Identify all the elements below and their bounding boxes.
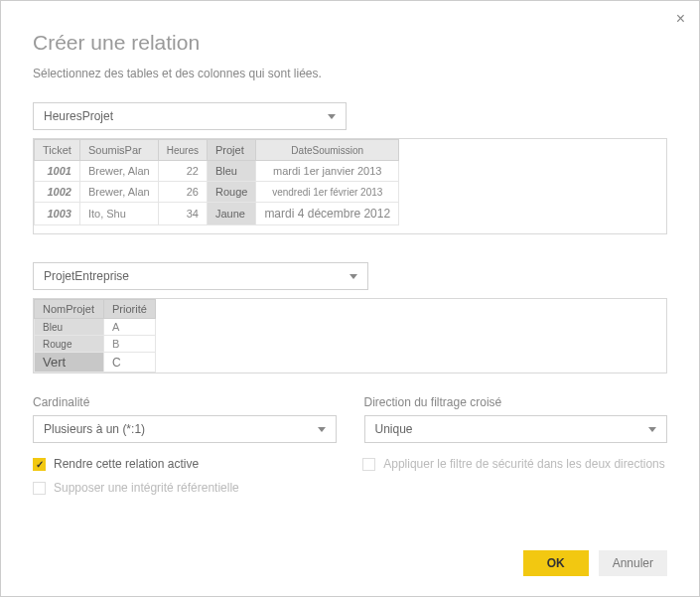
col-soumispar[interactable]: SoumisPar (79, 140, 158, 161)
checkbox-icon (362, 458, 375, 471)
cardinality-dropdown[interactable]: Plusieurs à un (*:1) (33, 415, 337, 443)
table-row: 1002 Brewer, Alan 26 Rouge vendredi 1er … (35, 182, 399, 203)
table1-selected: HeuresProjet (44, 109, 113, 123)
check-referential-label: Supposer une intégrité référentielle (54, 481, 239, 495)
col-datesoumission[interactable]: DateSoumission (256, 140, 399, 161)
col-projet[interactable]: Projet (207, 140, 255, 161)
crossfilter-dropdown[interactable]: Unique (364, 415, 668, 443)
cardinality-value: Plusieurs à un (*:1) (44, 422, 145, 436)
table2-grid: NomProjet Priorité Bleu A Rouge B Vert C (34, 299, 156, 373)
check-active-label: Rendre cette relation active (54, 457, 199, 471)
checkbox-icon (33, 482, 46, 495)
table1-grid: Ticket SoumisPar Heures Projet DateSoumi… (34, 139, 399, 225)
table1-preview: Ticket SoumisPar Heures Projet DateSoumi… (33, 138, 667, 234)
check-security-label: Appliquer le filtre de sécurité dans les… (383, 457, 665, 471)
table-header-row: Ticket SoumisPar Heures Projet DateSoumi… (35, 140, 399, 161)
ok-button[interactable]: OK (523, 550, 589, 576)
table1-dropdown[interactable]: HeuresProjet (33, 102, 347, 130)
col-ticket[interactable]: Ticket (35, 140, 80, 161)
crossfilter-section: Direction du filtrage croisé Unique (364, 395, 668, 443)
check-security[interactable]: Appliquer le filtre de sécurité dans les… (362, 457, 667, 471)
table-row: 1001 Brewer, Alan 22 Bleu mardi 1er janv… (35, 161, 399, 182)
table-row: Rouge B (35, 336, 156, 353)
col-nomprojet[interactable]: NomProjet (35, 300, 104, 319)
checkbox-area: ✓ Rendre cette relation active Supposer … (33, 457, 667, 505)
table-row: Bleu A (35, 319, 156, 336)
table-row: Vert C (35, 353, 156, 373)
cardinality-section: Cardinalité Plusieurs à un (*:1) (33, 395, 337, 443)
chevron-down-icon (648, 427, 656, 432)
dialog-footer: OK Annuler (523, 550, 667, 576)
close-icon[interactable]: × (676, 11, 685, 27)
crossfilter-value: Unique (375, 422, 413, 436)
col-priorite[interactable]: Priorité (104, 300, 156, 319)
col-heures[interactable]: Heures (158, 140, 207, 161)
chevron-down-icon (328, 114, 336, 119)
crossfilter-label: Direction du filtrage croisé (364, 395, 668, 409)
chevron-down-icon (350, 274, 357, 279)
table-header-row: NomProjet Priorité (35, 300, 156, 319)
table2-dropdown[interactable]: ProjetEntreprise (33, 262, 368, 290)
dialog-subtitle: Sélectionnez des tables et des colonnes … (33, 67, 667, 80)
cardinality-label: Cardinalité (33, 395, 337, 409)
check-referential[interactable]: Supposer une intégrité référentielle (33, 481, 362, 495)
dialog-title: Créer une relation (33, 31, 667, 55)
checkbox-checked-icon: ✓ (33, 458, 46, 471)
table-row: 1003 Ito, Shu 34 Jaune mardi 4 décembre … (35, 203, 399, 225)
options-row: Cardinalité Plusieurs à un (*:1) Directi… (33, 395, 667, 443)
check-active[interactable]: ✓ Rendre cette relation active (33, 457, 362, 471)
create-relationship-dialog: × Créer une relation Sélectionnez des ta… (0, 0, 700, 597)
cancel-button[interactable]: Annuler (599, 550, 667, 576)
table2-selected: ProjetEntreprise (44, 269, 129, 283)
chevron-down-icon (318, 427, 326, 432)
table2-preview: NomProjet Priorité Bleu A Rouge B Vert C (33, 298, 667, 373)
